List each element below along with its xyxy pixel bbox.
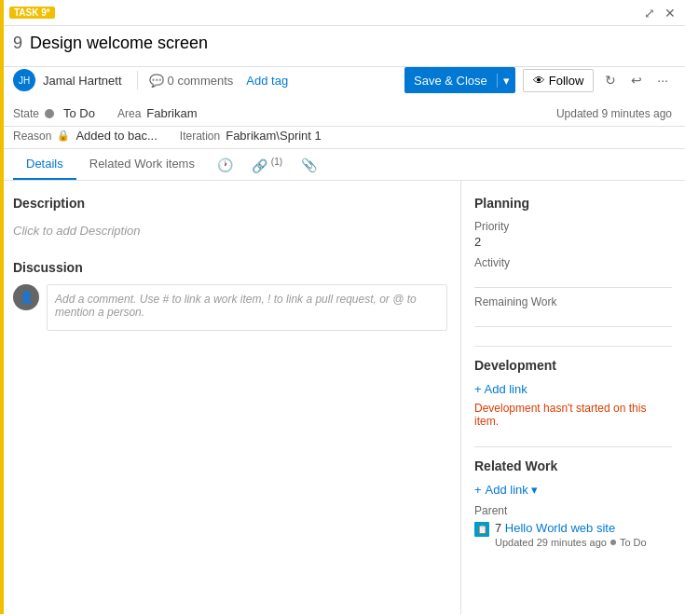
wi-right-panel: Planning Priority 2 Activity Remaining W… [461,181,685,614]
state-circle [45,109,54,118]
follow-button[interactable]: 👁 Follow [523,69,595,92]
parent-work-item-icon: 📋 [474,522,489,537]
add-link-label: Add link ▾ [486,483,539,497]
comments-button[interactable]: 💬 0 comments [149,74,234,88]
wi-fields: State To Do Area Fabrikam Updated 9 minu… [0,101,685,127]
divider-2 [474,446,672,447]
iteration-value[interactable]: Fabrikam\Sprint 1 [226,129,322,143]
comment-avatar: 👤 [13,284,39,310]
expand-icon[interactable]: ⤢ [644,6,655,21]
more-options-button[interactable]: ··· [653,69,672,91]
tab-attachments-icon[interactable]: 📎 [292,152,326,178]
state-value[interactable]: To Do [63,106,95,120]
tab-related-work-items[interactable]: Related Work items [76,149,208,180]
save-label[interactable]: Save & Close [404,74,498,88]
wi-tabs: Details Related Work items 🕐 🔗 (1) 📎 [0,149,685,181]
discussion-section: Discussion 👤 Add a comment. Use # to lin… [13,260,447,331]
toolbar-sep [137,71,138,89]
discussion-title: Discussion [13,260,447,275]
add-link-button-related[interactable]: + Add link ▾ [474,483,538,497]
add-link-plus-icon: + [474,483,482,497]
remaining-work-value[interactable] [474,310,672,327]
description-section: Description Click to add Description [13,196,447,241]
wi-number: 9 [13,34,22,53]
refresh-button[interactable]: ↻ [601,69,620,91]
meta-dot [610,540,616,545]
divider-1 [474,346,672,347]
activity-value[interactable] [474,271,672,288]
parent-state: To Do [620,537,647,548]
follow-icon: 👁 [533,74,545,88]
priority-label: Priority [474,220,672,233]
priority-field: Priority 2 [474,220,672,249]
discussion-input-row: 👤 Add a comment. Use # to link a work it… [13,284,447,331]
tab-history-icon[interactable]: 🕐 [208,152,242,178]
undo-button[interactable]: ↩ [627,69,646,91]
comment-icon: 💬 [149,74,164,88]
comment-avatar-icon: 👤 [20,291,34,304]
avatar: JH [13,69,35,91]
updated-text: Updated 9 minutes ago [556,107,672,120]
add-tag-button[interactable]: Add tag [240,72,294,89]
iteration-field: Iteration Fabrikam\Sprint 1 [180,129,322,143]
iteration-label: Iteration [180,130,220,143]
parent-number: 7 [495,521,501,535]
development-title: Development [474,358,672,373]
planning-section: Planning Priority 2 Activity Remaining W… [474,196,672,327]
related-work-title: Related Work [474,459,672,473]
save-close-button[interactable]: Save & Close ▾ [404,67,515,93]
priority-value[interactable]: 2 [474,235,672,249]
reason-value[interactable]: Added to bac... [75,129,157,143]
description-placeholder[interactable]: Click to add Description [13,220,447,241]
development-section: Development + Add link Development hasn'… [474,358,672,428]
parent-item: 📋 7 Hello World web site Updated 29 minu… [474,521,672,548]
remaining-work-field: Remaining Work [474,295,672,327]
wi-header: 9 Design welcome screen [0,26,685,67]
area-label: Area [117,107,141,120]
assignee-name[interactable]: Jamal Hartnett [43,74,122,88]
tab-details[interactable]: Details [13,149,76,180]
description-title: Description [13,196,447,211]
parent-label: Parent [474,504,672,517]
tab-links-icon[interactable]: 🔗 (1) [242,151,292,179]
related-work-section: Related Work + Add link ▾ Parent 📋 7 Hel… [474,459,672,548]
parent-title[interactable]: 7 Hello World web site [495,521,647,535]
remaining-work-label: Remaining Work [474,295,672,308]
reason-field: Reason 🔒 Added to bac... [13,129,158,143]
parent-meta: Updated 29 minutes ago To Do [495,537,647,548]
reason-label: Reason [13,130,51,143]
title-bar: TASK 9* ⤢ ✕ [0,0,685,26]
lock-icon: 🔒 [57,130,70,142]
follow-label: Follow [549,74,584,88]
wi-left-panel: Description Click to add Description Dis… [0,181,461,614]
wi-content: Description Click to add Description Dis… [0,181,685,614]
parent-info: 7 Hello World web site Updated 29 minute… [495,521,647,548]
parent-title-text[interactable]: Hello World web site [505,521,615,535]
parent-updated: Updated 29 minutes ago [495,537,607,548]
close-icon[interactable]: ✕ [664,6,676,21]
task-badge: TASK 9* [9,7,55,19]
wi-fields-2: Reason 🔒 Added to bac... Iteration Fabri… [0,127,685,149]
state-field: State To Do [13,106,95,120]
save-dropdown-arrow[interactable]: ▾ [498,74,515,88]
planning-title: Planning [474,196,672,211]
area-value[interactable]: Fabrikam [146,106,197,120]
wi-title[interactable]: Design welcome screen [30,34,208,53]
area-field: Area Fabrikam [117,106,198,120]
dev-note: Development hasn't started on this item. [474,402,672,428]
add-link-button-dev[interactable]: + Add link [474,382,527,396]
wi-toolbar: JH Jamal Hartnett 💬 0 comments Add tag S… [0,67,685,101]
comment-input[interactable]: Add a comment. Use # to link a work item… [47,284,447,331]
activity-field: Activity [474,256,672,288]
comment-count: 0 comments [168,74,234,88]
activity-label: Activity [474,256,672,269]
state-label: State [13,107,39,120]
